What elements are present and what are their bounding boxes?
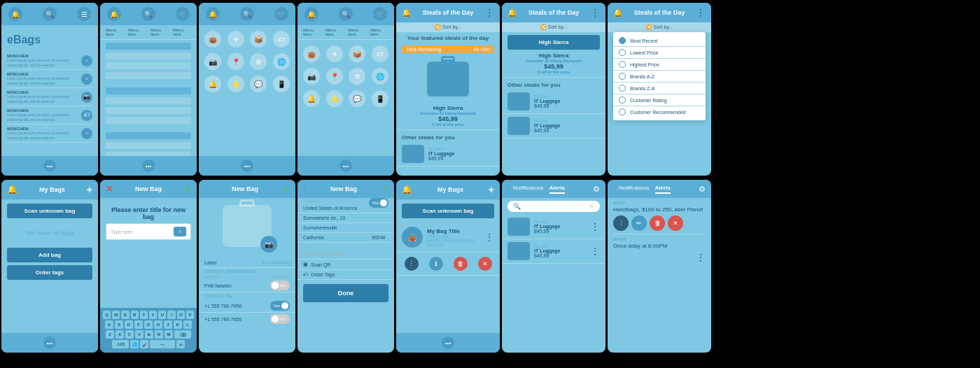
menu-nav-item4[interactable]: Menu Item [173, 28, 191, 36]
confirm-icon3[interactable]: ✓ [382, 184, 388, 194]
key-w[interactable]: W [112, 311, 120, 319]
grid-icon-d[interactable]: 🏷 [372, 45, 388, 62]
camera-add-icon[interactable]: 📷 [260, 236, 277, 253]
tab-notifications[interactable]: Notifications [513, 185, 544, 194]
scan-qr-row[interactable]: ▣ Scan QR [298, 260, 394, 270]
key-c[interactable]: C [125, 330, 134, 339]
menu-icon[interactable]: ☰ [77, 7, 91, 21]
when-more-icon[interactable]: ⋮ [696, 252, 706, 263]
sort-option-brands-za[interactable]: Brands Z-A [613, 83, 706, 94]
key-o[interactable]: O [177, 311, 185, 319]
three-dots-icon[interactable]: ⋮ [405, 257, 419, 271]
key-i[interactable]: I [167, 311, 175, 319]
alert-close-icon[interactable]: ✕ [668, 215, 683, 231]
search-input-notif[interactable] [524, 204, 586, 209]
yes-toggle[interactable]: Yes [369, 198, 388, 208]
sort-option-customer-recommended[interactable]: Customer Recommended [613, 106, 706, 118]
clear-search-icon[interactable]: ✕ [589, 203, 594, 210]
nav-dot[interactable]: ••• [340, 160, 352, 172]
grid-icon-5[interactable]: 📷 [204, 53, 221, 70]
confirm-icon2[interactable]: ✓ [283, 184, 290, 194]
notif-more-icon-1[interactable]: ⋮ [590, 221, 600, 232]
nav-dot-1[interactable]: ••• [43, 160, 56, 172]
key-p[interactable]: P [186, 311, 194, 319]
key-s[interactable]: S [115, 320, 123, 329]
steal-item-1[interactable]: 5h 31m IT Luggage $45,99 [396, 142, 500, 167]
add-bag-icon2[interactable]: + [489, 184, 494, 195]
tab-alerts-active[interactable]: Alerts [655, 185, 671, 194]
key-backspace[interactable]: ⌫ [174, 330, 191, 339]
key-return[interactable]: ↵ [176, 340, 185, 348]
cart-icon[interactable]: 🛒 [176, 7, 190, 21]
grid-icon-f[interactable]: 📍 [326, 68, 343, 85]
menu-item[interactable]: MÜNCHEN Lorem ipsum dolor sit amet, cons… [7, 125, 92, 143]
key-l[interactable]: L [183, 320, 192, 329]
menu-item[interactable]: MÜNCHEN Lorem ipsum dolor sit amet, cons… [7, 52, 92, 70]
grid-icon-2[interactable]: ✈ [227, 31, 244, 48]
add-bag-icon[interactable]: + [87, 184, 92, 195]
sort-option-most-recent[interactable]: Most Recent [613, 35, 706, 47]
steal-item-row2[interactable]: 5h 31m IT Luggage $45,99 [502, 114, 606, 139]
grid-icon-bag[interactable]: 👜 [204, 31, 221, 48]
nav-dot-mybags[interactable]: ••• [43, 337, 56, 349]
add-bag-btn[interactable]: Add bag [7, 248, 92, 262]
high-sierra-buy-btn[interactable]: High Sierra [507, 35, 600, 50]
back-arrow-alerts[interactable]: ‹ [613, 184, 616, 194]
sort-option-brands-az[interactable]: Brands A-Z [613, 71, 706, 83]
settings-icon-alerts[interactable]: ⚙ [699, 185, 706, 194]
key-globe[interactable]: 🌐 [130, 340, 139, 348]
confirm-icon[interactable]: ✓ [184, 184, 191, 194]
menu-item[interactable]: MÜNCHEN Lorem ipsum dolor sit amet, cons… [7, 106, 92, 125]
menu-item[interactable]: MÜNCHEN Lorem ipsum dolor sit amet, cons… [7, 70, 92, 88]
grid-icon-i[interactable]: 🔔 [303, 90, 320, 107]
key-a[interactable]: A [105, 320, 113, 329]
sort-option-customer-rating[interactable]: Customer Rating [613, 94, 706, 106]
grid-icon-11[interactable]: 💬 [250, 76, 267, 92]
grid-icon-9[interactable]: 🔔 [204, 76, 221, 92]
notification-search-bar[interactable]: 🔍 ✕ [507, 201, 600, 212]
scan-unknown-bag-btn[interactable]: Scan unknown bag [7, 204, 92, 218]
order-tags-btn[interactable]: Order tags [7, 265, 92, 280]
key-g[interactable]: G [144, 320, 153, 329]
back-arrow-notif[interactable]: ‹ [507, 184, 510, 194]
grid-icon-a[interactable]: 👜 [303, 45, 320, 62]
grid-icon-6[interactable]: 📍 [227, 53, 244, 70]
key-b[interactable]: B [145, 330, 153, 339]
grid-icon-7[interactable]: ⚙ [250, 53, 267, 70]
nav-dot[interactable]: ••• [142, 160, 155, 172]
grid-icon-8[interactable]: 🌐 [273, 53, 290, 70]
key-j[interactable]: J [164, 320, 172, 329]
search-icon[interactable]: 🔍 [43, 7, 57, 21]
key-u[interactable]: U [158, 311, 166, 319]
cart-icon[interactable]: 🛒 [373, 7, 387, 21]
alert-delete-icon[interactable]: 🗑 [650, 215, 665, 231]
toggle-no2[interactable]: No [270, 314, 290, 324]
search-icon[interactable]: 🔍 [339, 7, 353, 21]
submit-arrow-icon[interactable]: › [174, 227, 186, 236]
alert-edit-icon-btn[interactable]: ✏ [631, 215, 647, 231]
key-n[interactable]: N [155, 330, 163, 339]
key-q[interactable]: Q [103, 311, 111, 319]
notif-item-1[interactable]: 5h 31m IT Luggage $45,99 ⋮ [502, 215, 606, 239]
grid-icon-e[interactable]: 📷 [303, 68, 320, 85]
key-e[interactable]: E [121, 311, 129, 319]
menu-nav-item1b[interactable]: Menu Item [303, 28, 321, 36]
grid-icon-c[interactable]: 📦 [349, 45, 365, 62]
delete-icon[interactable]: 🗑 [454, 257, 468, 271]
notification-icon[interactable]: 🔔 [304, 7, 318, 21]
toggle-yes[interactable]: Yes [270, 301, 290, 311]
key-d[interactable]: D [125, 320, 133, 329]
menu-nav-item1[interactable]: Menu Item [106, 28, 124, 36]
key-h[interactable]: H [154, 320, 162, 329]
alert-expand-icon[interactable]: ⋮ [613, 215, 629, 231]
key-z[interactable]: Z [106, 330, 114, 339]
key-v[interactable]: V [135, 330, 144, 339]
search-icon[interactable]: 🔍 [240, 7, 254, 21]
bag-more-icon[interactable]: ⋮ [484, 232, 494, 243]
search-icon[interactable]: 🔍 [141, 7, 155, 21]
back-arrow-icon2[interactable]: ‹ [303, 184, 306, 194]
sort-by-bar3[interactable]: 🔀 Sort by... [608, 22, 711, 32]
tab-alerts[interactable]: Alerts [550, 185, 566, 194]
grid-icon-h[interactable]: 🌐 [372, 68, 388, 85]
back-arrow-icon[interactable]: ‹ [204, 184, 207, 194]
